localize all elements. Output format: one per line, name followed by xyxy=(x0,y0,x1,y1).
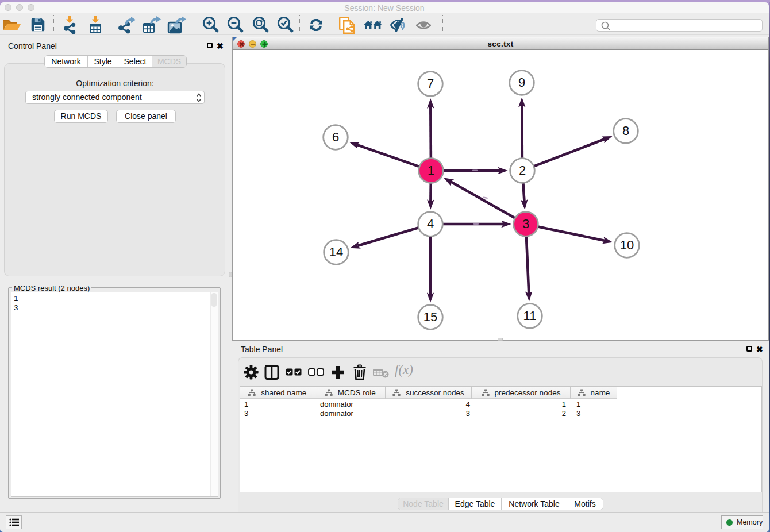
svg-text:11: 11 xyxy=(523,309,537,323)
svg-text:4: 4 xyxy=(427,217,434,231)
svg-text:6: 6 xyxy=(332,130,339,144)
svg-text:14: 14 xyxy=(329,245,343,259)
svg-text:2: 2 xyxy=(519,163,526,178)
svg-text:8: 8 xyxy=(622,124,629,138)
svg-text:10: 10 xyxy=(620,238,634,252)
svg-text:1: 1 xyxy=(428,163,434,178)
svg-text:9: 9 xyxy=(518,75,525,90)
svg-text:15: 15 xyxy=(424,310,437,324)
svg-text:7: 7 xyxy=(427,76,434,91)
svg-text:3: 3 xyxy=(522,217,529,231)
